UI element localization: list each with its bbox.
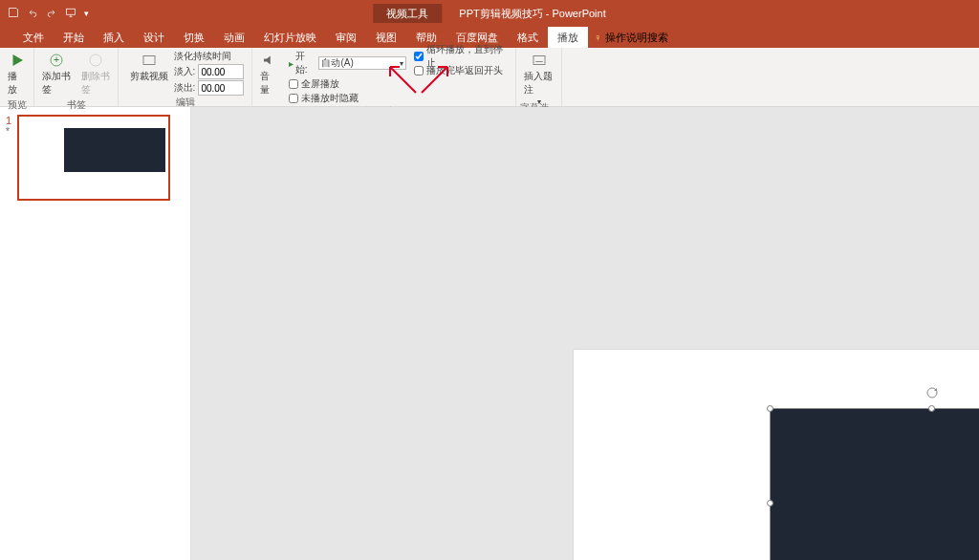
undo-icon[interactable]: [27, 7, 38, 20]
loop-checkbox[interactable]: 循环播放，直到停止: [414, 50, 511, 63]
contextual-tab-label: 视频工具: [373, 4, 442, 23]
slideshow-icon[interactable]: [65, 7, 76, 20]
start-label: 开始:: [295, 50, 317, 76]
fade-out-label: 淡出:: [174, 81, 196, 95]
group-bookmarks-label: 书签: [67, 98, 86, 112]
fade-in-label: 淡入:: [174, 65, 196, 78]
svg-rect-5: [533, 56, 545, 65]
start-dropdown[interactable]: 自动(A) ▾: [318, 56, 405, 70]
svg-rect-4: [143, 56, 155, 65]
tab-home[interactable]: 开始: [54, 27, 94, 48]
svg-text:+: +: [54, 54, 59, 65]
tab-design[interactable]: 设计: [134, 27, 174, 48]
tab-transitions[interactable]: 切换: [174, 27, 214, 48]
slide-canvas[interactable]: ▶ ◂ ▸ 00:00.00 🔈: [191, 107, 979, 560]
lightbulb-icon: ♀: [594, 32, 601, 43]
tab-review[interactable]: 审阅: [326, 27, 366, 48]
slide-number: 1: [6, 115, 13, 126]
add-bookmark-label: 添加书签: [42, 70, 72, 97]
play-icon-small: ▸: [289, 58, 294, 69]
insert-captions-button[interactable]: 插入题注 ▾: [520, 50, 557, 108]
start-value: 自动(A): [321, 56, 399, 70]
slide-star: *: [6, 126, 13, 137]
rotate-handle[interactable]: [925, 386, 939, 399]
chevron-down-icon: ▾: [400, 59, 403, 68]
video-object[interactable]: [770, 408, 979, 560]
search-label: 操作说明搜索: [605, 31, 668, 45]
title-bar: ▾ 视频工具 PPT剪辑视频技巧 - PowerPoint: [0, 0, 979, 27]
volume-button[interactable]: 音量: [256, 50, 283, 98]
play-button[interactable]: 播放: [4, 50, 30, 98]
tab-insert[interactable]: 插入: [94, 27, 134, 48]
trim-label: 剪裁视频: [130, 70, 168, 83]
hide-checkbox[interactable]: 未播放时隐藏: [289, 92, 406, 105]
video-thumbnail: [64, 128, 165, 172]
remove-bookmark-label: 删除书签: [81, 70, 111, 97]
fade-in-input[interactable]: [198, 64, 244, 79]
handle-tm[interactable]: [928, 405, 935, 412]
ribbon: 播放 预览 + 添加书签 删除书签 书签 剪裁视频 淡化持续时间: [0, 48, 979, 107]
fullscreen-checkbox[interactable]: 全屏播放: [289, 77, 406, 91]
tab-view[interactable]: 视图: [366, 27, 406, 48]
save-icon[interactable]: [8, 7, 19, 20]
window-title: PPT剪辑视频技巧 - PowerPoint: [459, 7, 605, 21]
fade-header: 淡化持续时间: [174, 50, 245, 63]
slide-thumbnail[interactable]: [17, 115, 170, 201]
search-box[interactable]: ♀ 操作说明搜索: [594, 31, 668, 45]
captions-label: 插入题注: [524, 70, 554, 97]
handle-tl[interactable]: [767, 405, 773, 412]
workspace: 1 * ▶ ◂ ▸ 00:00.00 🔈: [0, 107, 979, 560]
tab-animations[interactable]: 动画: [214, 27, 254, 48]
fade-out-input[interactable]: [198, 80, 244, 96]
group-preview-label: 预览: [8, 98, 27, 112]
handle-ml[interactable]: [767, 500, 773, 506]
remove-bookmark-button: 删除书签: [77, 50, 115, 98]
redo-icon[interactable]: [46, 7, 57, 20]
rewind-checkbox[interactable]: 播放完毕返回开头: [414, 64, 511, 77]
svg-rect-0: [67, 9, 76, 14]
add-bookmark-button[interactable]: + 添加书签: [38, 50, 76, 98]
slide-panel: 1 *: [0, 107, 191, 560]
trim-video-button[interactable]: 剪裁视频: [126, 50, 172, 85]
qat-more-icon[interactable]: ▾: [84, 9, 89, 18]
tab-file[interactable]: 文件: [13, 27, 54, 48]
tab-playback[interactable]: 播放: [548, 27, 588, 48]
svg-point-3: [90, 54, 101, 66]
volume-label: 音量: [260, 70, 279, 97]
play-label: 播放: [8, 70, 26, 97]
tab-slideshow[interactable]: 幻灯片放映: [254, 27, 326, 48]
tab-format[interactable]: 格式: [508, 27, 548, 48]
